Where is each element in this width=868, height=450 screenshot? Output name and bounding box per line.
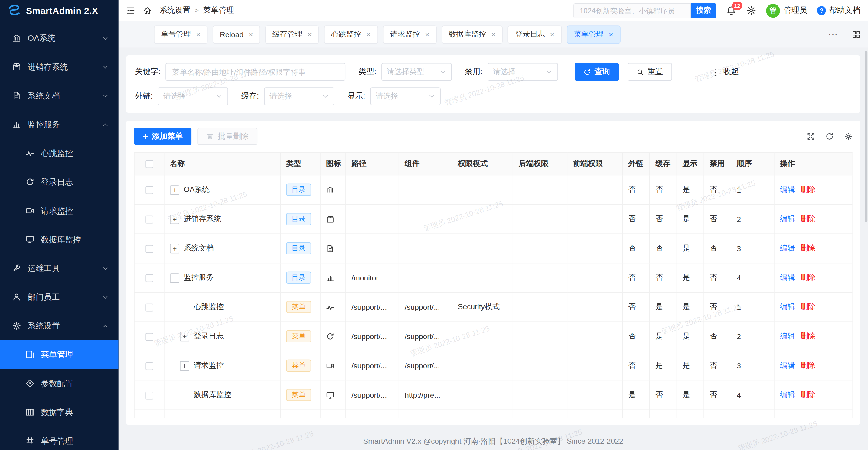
delete-link[interactable]: 删除: [801, 361, 815, 369]
sidebar-item-box[interactable]: 进销存系统: [0, 53, 119, 81]
gear-icon: [746, 5, 756, 15]
delete-link[interactable]: 删除: [801, 215, 815, 223]
sidebar-item-tool[interactable]: 运维工具: [0, 254, 119, 283]
tab-6[interactable]: 登录日志×: [508, 25, 562, 43]
select-all-checkbox[interactable]: [145, 160, 153, 168]
expand-toggle[interactable]: +: [170, 244, 179, 253]
table-panel: + 添加菜单 批量删除: [126, 121, 860, 425]
batch-delete-button[interactable]: 批量删除: [198, 128, 258, 145]
external-select[interactable]: 请选择: [158, 87, 228, 105]
tab-7[interactable]: 菜单管理×: [567, 25, 621, 43]
box-icon: [326, 215, 334, 223]
delete-link[interactable]: 删除: [801, 390, 815, 398]
delete-link[interactable]: 删除: [801, 185, 815, 193]
row-checkbox[interactable]: [145, 391, 153, 399]
row-checkbox[interactable]: [145, 303, 153, 311]
settings-button[interactable]: [746, 5, 756, 15]
close-icon[interactable]: ×: [425, 31, 430, 38]
sidebar-item-screen[interactable]: 数据库监控: [0, 225, 119, 254]
cell-backend: [513, 410, 567, 418]
sidebar-item-hash[interactable]: 单号管理: [0, 426, 119, 450]
expand-toggle[interactable]: +: [170, 185, 179, 194]
tab-layout-button[interactable]: [852, 30, 860, 38]
disabled-select[interactable]: 请选择: [488, 63, 558, 81]
tab-4[interactable]: 请求监控×: [383, 25, 437, 43]
sidebar-item-video[interactable]: 请求监控: [0, 196, 119, 225]
cell-cache: 否: [650, 175, 677, 204]
row-checkbox[interactable]: [145, 333, 153, 341]
tab-0[interactable]: 单号管理×: [154, 25, 208, 43]
delete-link[interactable]: 删除: [801, 273, 815, 281]
sidebar-item-pulse[interactable]: 心跳监控: [0, 139, 119, 167]
row-checkbox[interactable]: [145, 362, 153, 370]
display-select[interactable]: 请选择: [370, 87, 440, 105]
edit-link[interactable]: 编辑: [780, 332, 795, 340]
search-button[interactable]: 搜索: [691, 3, 716, 18]
sidebar-item-people[interactable]: 部门员工: [0, 283, 119, 311]
add-menu-button[interactable]: + 添加菜单: [134, 128, 192, 145]
close-icon[interactable]: ×: [609, 31, 613, 38]
edit-link[interactable]: 编辑: [780, 215, 795, 223]
collapse-toggle[interactable]: −: [170, 273, 179, 282]
cache-select[interactable]: 请选择: [264, 87, 334, 105]
user-menu[interactable]: 管 管理员: [766, 4, 807, 18]
type-select[interactable]: 请选择类型: [381, 63, 452, 81]
tab-1[interactable]: Reload×: [213, 25, 260, 43]
sidebar-item-chart[interactable]: 监控服务: [0, 110, 119, 139]
scrollbar[interactable]: [865, 51, 867, 222]
cell-path: /support/...: [346, 292, 399, 322]
close-icon[interactable]: ×: [307, 31, 312, 38]
edit-link[interactable]: 编辑: [780, 244, 795, 252]
keyword-input[interactable]: [165, 63, 345, 81]
sidebar-item-login[interactable]: 登录日志: [0, 168, 119, 196]
row-checkbox[interactable]: [145, 186, 153, 194]
expand-toggle[interactable]: +: [180, 361, 189, 370]
tab-3[interactable]: 心跳监控×: [324, 25, 378, 43]
query-button[interactable]: 查询: [574, 63, 619, 81]
close-icon[interactable]: ×: [249, 31, 253, 38]
tab-5[interactable]: 数据库监控×: [441, 25, 503, 43]
edit-link[interactable]: 编辑: [780, 390, 795, 398]
fullscreen-button[interactable]: [807, 132, 815, 140]
expand-toggle[interactable]: +: [180, 331, 189, 341]
column-header: 前端权限: [567, 152, 622, 175]
tab-2[interactable]: 缓存管理×: [265, 25, 319, 43]
sidebar-item-bank[interactable]: OA系统: [0, 24, 119, 53]
expand-toggle[interactable]: +: [170, 214, 179, 224]
close-icon[interactable]: ×: [196, 31, 200, 38]
edit-link[interactable]: 编辑: [780, 302, 795, 311]
row-checkbox[interactable]: [145, 274, 153, 282]
edit-link[interactable]: 编辑: [780, 361, 795, 369]
close-icon[interactable]: ×: [366, 31, 371, 38]
row-checkbox[interactable]: [145, 216, 153, 223]
refresh-button[interactable]: [825, 132, 834, 140]
row-checkbox[interactable]: [145, 245, 153, 253]
notifications-button[interactable]: 12: [726, 5, 736, 15]
delete-link[interactable]: 删除: [801, 244, 815, 252]
gear-icon: [12, 321, 21, 330]
sidebar-item-dict[interactable]: 数据字典: [0, 398, 119, 426]
search-input[interactable]: [574, 3, 691, 18]
edit-link[interactable]: 编辑: [780, 273, 795, 281]
cell-external: 否: [622, 292, 650, 322]
logo[interactable]: SmartAdmin 2.X: [0, 0, 119, 21]
menu-fold-button[interactable]: [126, 6, 135, 15]
delete-link[interactable]: 删除: [801, 302, 815, 311]
help-link[interactable]: ? 帮助文档: [817, 5, 861, 15]
sidebar-item-gear[interactable]: 系统设置: [0, 311, 119, 340]
cell-frontend: [567, 234, 622, 263]
edit-link[interactable]: 编辑: [780, 185, 795, 193]
table-row: +OA系统目录否否是否1编辑删除: [134, 175, 852, 204]
home-button[interactable]: [143, 6, 152, 15]
column-settings-button[interactable]: [844, 132, 852, 140]
sidebar-item-doc[interactable]: 系统文档: [0, 81, 119, 110]
collapse-button[interactable]: ⋮ 收起: [702, 63, 748, 81]
close-icon[interactable]: ×: [550, 31, 554, 38]
sidebar-item-pages[interactable]: 菜单管理: [0, 340, 119, 369]
breadcrumb-section[interactable]: 系统设置: [159, 5, 190, 15]
reset-button[interactable]: 重置: [627, 63, 672, 81]
sidebar-item-diamond[interactable]: 参数配置: [0, 369, 119, 398]
delete-link[interactable]: 删除: [801, 332, 815, 340]
close-icon[interactable]: ×: [491, 31, 496, 38]
tab-more-button[interactable]: ⋯: [828, 30, 837, 39]
